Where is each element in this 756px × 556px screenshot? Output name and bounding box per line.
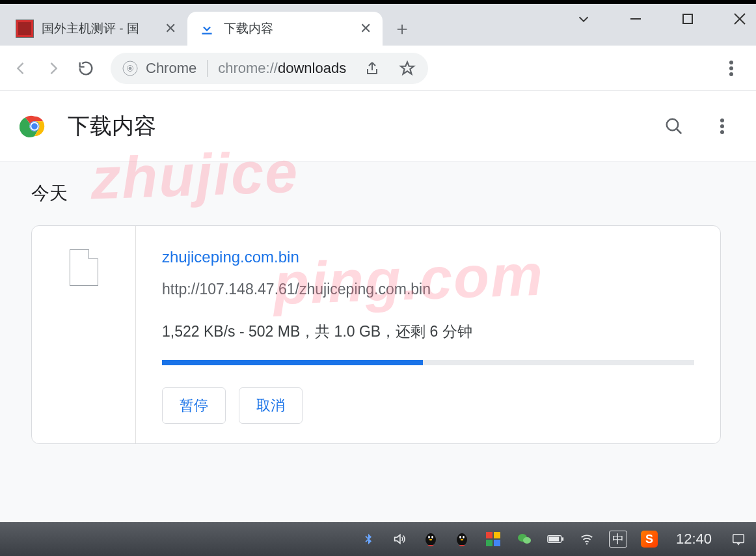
ime-indicator[interactable]: 中 [610, 531, 627, 548]
download-card: zhujiceping.com.bin http://107.148.47.61… [31, 225, 721, 444]
downloads-header: 下载内容 [0, 91, 756, 161]
download-icon [198, 20, 216, 38]
svg-point-8 [729, 66, 733, 70]
omnibox-separator [207, 60, 208, 77]
sogou-ime-icon[interactable]: S [641, 531, 658, 548]
favicon-site [16, 20, 34, 38]
svg-point-15 [720, 118, 724, 122]
volume-icon[interactable] [391, 531, 408, 548]
omnibox-scheme-label: Chrome [146, 60, 196, 77]
svg-point-21 [431, 536, 433, 538]
search-button[interactable] [660, 112, 688, 141]
svg-point-25 [459, 536, 461, 538]
svg-rect-32 [549, 537, 560, 542]
progress-bar-fill [162, 360, 423, 365]
svg-line-14 [677, 128, 682, 133]
section-today-label: 今天 [31, 181, 725, 206]
svg-point-22 [429, 539, 432, 540]
chrome-icon [122, 61, 138, 76]
svg-point-26 [463, 536, 465, 538]
close-icon[interactable]: ✕ [164, 20, 177, 37]
bluetooth-icon[interactable] [360, 531, 377, 548]
svg-point-6 [129, 66, 132, 70]
forward-button[interactable] [39, 54, 68, 83]
browser-menu-button[interactable] [720, 57, 743, 80]
tab-title: 下载内容 [224, 20, 351, 37]
new-tab-button[interactable]: ＋ [389, 16, 415, 42]
svg-rect-34 [733, 535, 744, 543]
window-controls [574, 9, 749, 29]
tab-strip: 国外主机测评 - 国 ✕ 下载内容 ✕ ＋ [0, 4, 756, 46]
close-window-button[interactable] [730, 9, 749, 29]
tab-inactive[interactable]: 国外主机测评 - 国 ✕ [5, 12, 187, 46]
download-filename[interactable]: zhujiceping.com.bin [162, 248, 694, 266]
wifi-icon[interactable] [578, 531, 595, 548]
svg-point-17 [720, 130, 724, 134]
download-url: http://107.148.47.61/zhujiceping.com.bin [162, 281, 694, 298]
page-menu-button[interactable] [708, 112, 736, 141]
qq-icon[interactable] [422, 531, 439, 548]
close-icon[interactable]: ✕ [359, 20, 372, 37]
svg-point-27 [461, 539, 463, 540]
tab-title: 国外主机测评 - 国 [42, 20, 156, 37]
cancel-button[interactable]: 取消 [239, 387, 303, 424]
svg-point-29 [523, 537, 531, 544]
browser-toolbar: Chrome chrome://downloads [0, 46, 756, 91]
share-icon[interactable] [363, 61, 381, 76]
omnibox-url-path: downloads [278, 60, 346, 76]
chevron-down-icon[interactable] [574, 9, 593, 29]
back-button[interactable] [7, 54, 35, 83]
svg-point-20 [428, 536, 430, 538]
address-bar[interactable]: Chrome chrome://downloads [111, 53, 428, 84]
page-title: 下载内容 [68, 111, 640, 141]
svg-rect-31 [561, 537, 563, 540]
battery-icon[interactable] [547, 531, 564, 548]
qq-icon[interactable] [453, 531, 470, 548]
clock[interactable]: 12:40 [676, 531, 712, 548]
omnibox-url-prefix: chrome:// [218, 60, 278, 76]
svg-point-13 [667, 118, 679, 130]
download-status: 1,522 KB/s - 502 MB，共 1.0 GB，还剩 6 分钟 [162, 322, 694, 342]
svg-rect-1 [683, 14, 692, 23]
reload-button[interactable] [72, 54, 100, 83]
chrome-logo-icon [20, 111, 49, 141]
svg-point-9 [729, 72, 733, 76]
omnibox-url: chrome://downloads [218, 60, 346, 77]
progress-bar [162, 360, 694, 365]
svg-point-7 [729, 61, 733, 64]
bookmark-icon[interactable] [398, 60, 416, 77]
maximize-button[interactable] [678, 9, 697, 29]
svg-point-33 [586, 543, 587, 544]
tab-active[interactable]: 下载内容 ✕ [187, 12, 383, 46]
color-grid-icon[interactable] [485, 531, 502, 548]
system-taskbar: 中 S 12:40 [0, 522, 756, 556]
minimize-button[interactable] [626, 9, 645, 29]
notifications-icon[interactable] [730, 531, 747, 548]
downloads-content: zhujice ping.com 今天 zhujiceping.com.bin … [0, 161, 756, 464]
svg-point-16 [720, 124, 724, 128]
file-icon [70, 249, 98, 286]
download-icon-area [32, 226, 136, 443]
pause-button[interactable]: 暂停 [162, 387, 226, 424]
wechat-icon[interactable] [516, 531, 533, 548]
